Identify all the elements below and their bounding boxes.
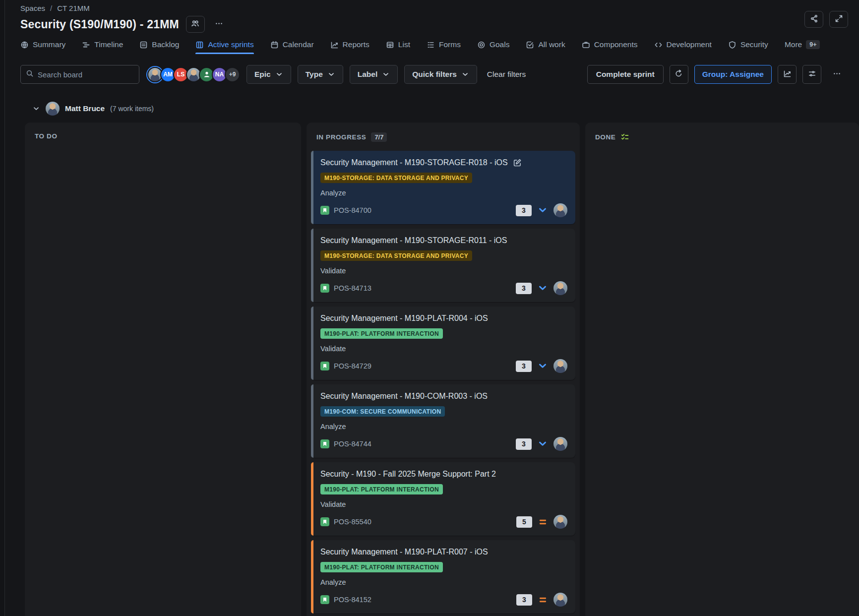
- tab-calendar[interactable]: Calendar: [270, 40, 314, 54]
- card-title[interactable]: Security Management - M190-COM-R003 - iO…: [320, 391, 488, 401]
- issue-key[interactable]: POS-84152: [334, 596, 371, 604]
- card-pos-84729[interactable]: Security Management - M190-PLAT-R004 - i…: [311, 307, 575, 380]
- project-tabs: SummaryTimelineBacklogActive sprintsCale…: [20, 40, 846, 54]
- card-assignee-avatar[interactable]: [553, 593, 567, 607]
- shield-icon: [728, 41, 736, 49]
- breadcrumb-project[interactable]: CT 21MM: [57, 4, 90, 12]
- board-members-button[interactable]: [186, 16, 205, 33]
- tab-reports[interactable]: Reports: [330, 40, 369, 54]
- column-in-progress: IN PROGRESS 7/7 Security Management - M1…: [307, 123, 580, 616]
- work-item-count: (7 work items): [110, 105, 154, 113]
- tab-label: Goals: [490, 40, 510, 49]
- card-title[interactable]: Security Management - M190-PLAT-R007 - i…: [320, 547, 488, 557]
- card-label-chip: M190-PLAT: PLATFORM INTERACTION: [320, 562, 443, 572]
- card-assignee-avatar[interactable]: [553, 359, 567, 373]
- done-cards: [585, 147, 859, 150]
- tab-development[interactable]: Development: [654, 40, 712, 54]
- card-label-chip: M190-COM: SECURE COMMUNICATION: [320, 406, 445, 417]
- card-accent-bar: [311, 229, 313, 302]
- fullscreen-button[interactable]: [829, 11, 848, 28]
- card-pos-84713[interactable]: Security Management - M190-STORAGE-R011 …: [311, 229, 575, 302]
- dropdown-label: Quick filters: [412, 70, 457, 79]
- tab-list[interactable]: List: [386, 40, 410, 54]
- card-assignee-avatar[interactable]: [553, 437, 567, 451]
- card-status: Validate: [320, 267, 567, 275]
- tab-backlog[interactable]: Backlog: [139, 40, 179, 54]
- card-pos-85540[interactable]: Security - M190 - Fall 2025 Merge Suppor…: [311, 462, 575, 536]
- tab-active-sprints[interactable]: Active sprints: [195, 40, 253, 54]
- card-assignee-avatar[interactable]: [553, 515, 567, 529]
- card-pos-84744[interactable]: Security Management - M190-COM-R003 - iO…: [311, 384, 575, 458]
- chevron-down-icon[interactable]: [32, 105, 40, 113]
- tab-label: All work: [538, 40, 565, 49]
- tab-components[interactable]: Components: [582, 40, 638, 54]
- feedback-icon: [675, 69, 683, 79]
- complete-sprint-button[interactable]: Complete sprint: [587, 65, 664, 84]
- insights-button[interactable]: [778, 65, 797, 84]
- tab-security[interactable]: Security: [728, 40, 768, 54]
- card-accent-bar: [311, 540, 313, 614]
- table-icon: [386, 41, 394, 49]
- chevron-down-icon: [382, 70, 390, 78]
- dropdown-label: Label: [358, 70, 377, 79]
- card-assignee-avatar[interactable]: [553, 203, 567, 217]
- tab-label: Backlog: [152, 40, 179, 49]
- backlog-icon: [139, 41, 148, 49]
- story-points-badge: 3: [516, 361, 532, 372]
- board-settings-button[interactable]: [802, 65, 821, 84]
- title-row: Security (S190/M190) - 21MM: [20, 16, 846, 33]
- issue-key[interactable]: POS-84700: [334, 206, 371, 214]
- share-button[interactable]: [804, 11, 823, 28]
- card-title[interactable]: Security Management - M190-STORAGE-R018 …: [320, 157, 508, 168]
- board-more-button[interactable]: [827, 65, 846, 84]
- card-accent-bar: [311, 462, 313, 536]
- tab-all-work[interactable]: All work: [526, 40, 565, 54]
- feedback-button[interactable]: [670, 65, 688, 84]
- column-done-title: DONE: [595, 133, 615, 141]
- priority-low-icon: [538, 205, 548, 215]
- issue-key[interactable]: POS-84713: [334, 284, 371, 292]
- avatar-overflow-count[interactable]: +9: [225, 67, 240, 82]
- story-points-badge: 3: [516, 594, 532, 606]
- label-dropdown[interactable]: Label: [350, 65, 398, 84]
- tab-summary[interactable]: Summary: [20, 40, 65, 54]
- card-pos-84152[interactable]: Security Management - M190-PLAT-R007 - i…: [311, 540, 575, 614]
- issue-key[interactable]: POS-84744: [334, 440, 371, 448]
- breadcrumb-spaces[interactable]: Spaces: [20, 4, 45, 12]
- search-board-box[interactable]: [20, 65, 139, 84]
- card-title[interactable]: Security - M190 - Fall 2025 Merge Suppor…: [320, 469, 496, 479]
- collapsed-sidebar-rail[interactable]: [0, 0, 5, 616]
- column-todo: TO DO: [25, 123, 301, 616]
- card-title[interactable]: Security Management - M190-STORAGE-R011 …: [320, 235, 507, 246]
- chevron-down-icon: [275, 70, 283, 78]
- check-square-icon: [526, 41, 534, 49]
- breadcrumb: Spaces / CT 21MM: [20, 4, 846, 12]
- type-dropdown[interactable]: Type: [298, 65, 343, 84]
- tab-more[interactable]: More9+: [785, 40, 820, 54]
- assignee-avatar: [46, 102, 60, 116]
- card-label-chip: M190-PLAT: PLATFORM INTERACTION: [320, 484, 443, 494]
- quick-filters-dropdown[interactable]: Quick filters: [404, 65, 477, 84]
- tab-goals[interactable]: Goals: [477, 40, 510, 54]
- title-more-button[interactable]: [210, 16, 229, 33]
- tab-timeline[interactable]: Timeline: [82, 40, 123, 54]
- issue-key[interactable]: POS-85540: [334, 518, 371, 526]
- edit-icon[interactable]: [513, 158, 522, 167]
- card-status: Analyze: [320, 578, 567, 586]
- tab-forms[interactable]: Forms: [427, 40, 461, 54]
- sprint-board: TO DO IN PROGRESS 7/7 Security Managemen…: [25, 123, 859, 616]
- group-by-button[interactable]: Group: Assignee: [694, 65, 772, 84]
- clear-filters-button[interactable]: Clear filters: [487, 70, 526, 79]
- person-icon: [203, 70, 211, 78]
- card-assignee-avatar[interactable]: [553, 281, 567, 295]
- tab-label: Forms: [439, 40, 461, 49]
- tab-label: Timeline: [94, 40, 123, 49]
- card-title[interactable]: Security Management - M190-PLAT-R004 - i…: [320, 313, 488, 323]
- issue-key[interactable]: POS-84729: [334, 362, 371, 370]
- card-pos-84700[interactable]: Security Management - M190-STORAGE-R018 …: [311, 151, 575, 224]
- search-input[interactable]: [38, 70, 134, 79]
- card-accent-bar: [311, 307, 313, 380]
- timeline-icon: [82, 41, 90, 49]
- card-status: Validate: [320, 500, 567, 508]
- epic-dropdown[interactable]: Epic: [246, 65, 291, 84]
